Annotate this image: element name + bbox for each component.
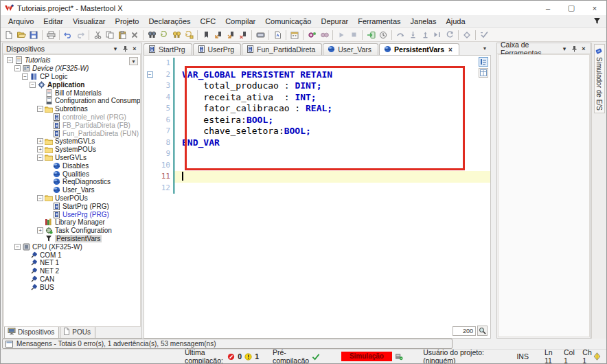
print-button[interactable] — [45, 29, 57, 41]
collapse-icon[interactable]: − — [37, 195, 43, 201]
textual-view-button[interactable] — [479, 57, 488, 67]
tree-item-usergvls[interactable]: −UserGVLs — [4, 154, 140, 162]
panel-menu-icon[interactable]: ▾ — [560, 44, 569, 53]
menu-janelas[interactable]: Janelas — [406, 16, 442, 27]
close-panel-icon[interactable]: × — [130, 44, 139, 53]
tree-item-fun-partidadireta-fun[interactable]: Fun_PartidaDireta (FUN) — [4, 129, 140, 137]
stop-button[interactable] — [347, 29, 360, 41]
expand-icon[interactable]: + — [37, 227, 43, 234]
menu-editar[interactable]: Editar — [38, 16, 68, 27]
code-line-5[interactable]: 5 fator_calibracao : REAL; — [144, 103, 490, 115]
tree-item-systempous[interactable]: +SystemPOUs — [4, 146, 140, 154]
expand-icon[interactable]: + — [37, 146, 43, 152]
new-file-button[interactable] — [3, 29, 15, 41]
code-line-8[interactable]: 8END_VAR — [144, 137, 490, 149]
menu-arquivo[interactable]: Arquivo — [3, 16, 38, 27]
collapse-icon[interactable]: − — [30, 82, 36, 88]
build-button[interactable] — [254, 29, 266, 41]
step-out-button[interactable] — [419, 29, 431, 41]
collapse-icon[interactable]: − — [14, 244, 21, 250]
step-into-button[interactable] — [406, 29, 419, 41]
tree-item-net-2[interactable]: NET 2 — [4, 267, 140, 275]
breakpoint-button[interactable] — [461, 29, 473, 41]
collapse-icon[interactable]: − — [37, 155, 43, 161]
filter-icon[interactable] — [593, 16, 602, 26]
code-line-1[interactable]: 1 — [144, 58, 490, 69]
tree-item-task-configuration[interactable]: +Task Configuration — [4, 227, 140, 235]
maximize-button[interactable]: ▢ — [560, 1, 583, 15]
vertical-splitter[interactable] — [491, 43, 496, 339]
menu-depurar[interactable]: Depurar — [316, 16, 353, 27]
panel-menu-icon[interactable]: ▾ — [111, 44, 120, 53]
editor-tab-userprg[interactable]: UserPrg — [193, 43, 242, 55]
menu-ajuda[interactable]: Ajuda — [441, 16, 470, 27]
zoom-value[interactable]: 200 — [453, 326, 476, 336]
collapse-icon[interactable]: − — [22, 73, 28, 80]
tree-item-userpous[interactable]: −UserPOUs — [4, 194, 140, 203]
bookmark-next-button[interactable] — [212, 29, 225, 41]
tree-item-fb-partidadireta-fb[interactable]: FB_PartidaDireta (FB) — [4, 121, 140, 129]
menu-declaracoes[interactable]: Declarações — [144, 16, 195, 27]
tree-item-user-vars[interactable]: User_Vars — [4, 186, 140, 194]
tree-item-cp-logic[interactable]: −CP Logic — [4, 73, 140, 81]
replace-button[interactable] — [170, 29, 183, 41]
tree-item-application[interactable]: −Application — [4, 80, 140, 89]
editor-tab-startprg[interactable]: StartPrg — [144, 43, 192, 55]
compile-button[interactable] — [306, 29, 318, 41]
code-line-11[interactable]: 11 — [144, 171, 490, 183]
tree-item-userprg-prg[interactable]: UserPrg (PRG) — [4, 210, 140, 218]
pin-icon[interactable] — [569, 44, 579, 53]
menu-cfc[interactable]: CFC — [196, 16, 221, 27]
tree-item-qualities[interactable]: Qualities — [4, 170, 140, 178]
menu-projeto[interactable]: Projeto — [111, 16, 144, 27]
tree-item-device-xf325-w[interactable]: −Device (XF325-W) — [4, 65, 140, 73]
step-over-button[interactable] — [394, 29, 406, 41]
code-editor[interactable]: 1−2VAR_GLOBAL PERSISTENT RETAIN3 total_p… — [144, 55, 491, 339]
code-line-2[interactable]: −2VAR_GLOBAL PERSISTENT RETAIN — [144, 69, 490, 81]
panel-tab-dispositivos[interactable]: Dispositivos — [4, 326, 59, 338]
close-button[interactable]: × — [583, 1, 606, 15]
find-next-button[interactable] — [158, 29, 170, 41]
tree-item-library-manager[interactable]: Library Manager — [4, 218, 140, 227]
tree-item-disables[interactable]: Disables — [4, 161, 140, 170]
save-project-button[interactable] — [27, 29, 40, 41]
code-line-9[interactable]: 9 — [144, 148, 490, 160]
simulation-icon[interactable] — [395, 352, 403, 361]
tree-item-reqdiagnostics[interactable]: ReqDiagnostics — [4, 178, 140, 186]
code-line-10[interactable]: 10 — [144, 160, 490, 172]
menu-visualizar[interactable]: Visualizar — [68, 16, 111, 27]
copy-button[interactable] — [104, 29, 116, 41]
ins-mode-label[interactable]: INS — [516, 352, 529, 361]
menu-compilar[interactable]: Compilar — [220, 16, 260, 27]
io-simulator-tab[interactable]: Simulador de E/S — [594, 44, 605, 113]
editor-tab-user_vars[interactable]: User_Vars — [323, 43, 378, 55]
tree-item-bus[interactable]: BUS — [4, 283, 140, 291]
delete-button[interactable] — [128, 29, 141, 41]
start-button[interactable] — [335, 29, 347, 41]
code-line-3[interactable]: 3 total_producao : DINT; — [144, 80, 490, 92]
minimize-button[interactable]: – — [536, 1, 560, 15]
tree-item-tutoriais[interactable]: −Tutoriais — [4, 56, 140, 65]
pin-icon[interactable] — [120, 44, 130, 53]
device-filter-dropdown[interactable]: ▼ — [129, 57, 138, 65]
fold-marker[interactable]: − — [144, 69, 155, 81]
cut-button[interactable] — [91, 29, 104, 41]
editor-tab-persistentvars[interactable]: PersistentVars× — [379, 43, 459, 55]
tree-item-controle-nivel-prg[interactable]: controle_nivel (PRG) — [4, 113, 140, 122]
generate-code-button[interactable] — [271, 29, 284, 41]
open-project-button[interactable] — [15, 29, 27, 41]
tree-item-startprg-prg[interactable]: StartPrg (PRG) — [4, 202, 140, 210]
undo-button[interactable] — [62, 29, 74, 41]
menu-comunicacao[interactable]: Comunicação — [260, 16, 316, 27]
find-button[interactable] — [146, 29, 158, 41]
redo-button[interactable] — [74, 29, 87, 41]
tree-item-systemgvls[interactable]: +SystemGVLs — [4, 137, 140, 146]
tree-item-persistentvars[interactable]: PersistentVars — [4, 235, 140, 243]
editor-tab-fun_partidadireta[interactable]: Fun_PartidaDireta — [242, 43, 322, 55]
tree-item-can[interactable]: CAN — [4, 275, 140, 284]
force-values-button[interactable] — [478, 29, 490, 41]
bookmark-clear-button[interactable] — [237, 29, 249, 41]
code-line-7[interactable]: 7 chave_seletora:BOOL; — [144, 126, 490, 137]
close-panel-icon[interactable]: × — [579, 44, 588, 53]
panel-tab-pous[interactable]: POUs — [60, 326, 95, 338]
